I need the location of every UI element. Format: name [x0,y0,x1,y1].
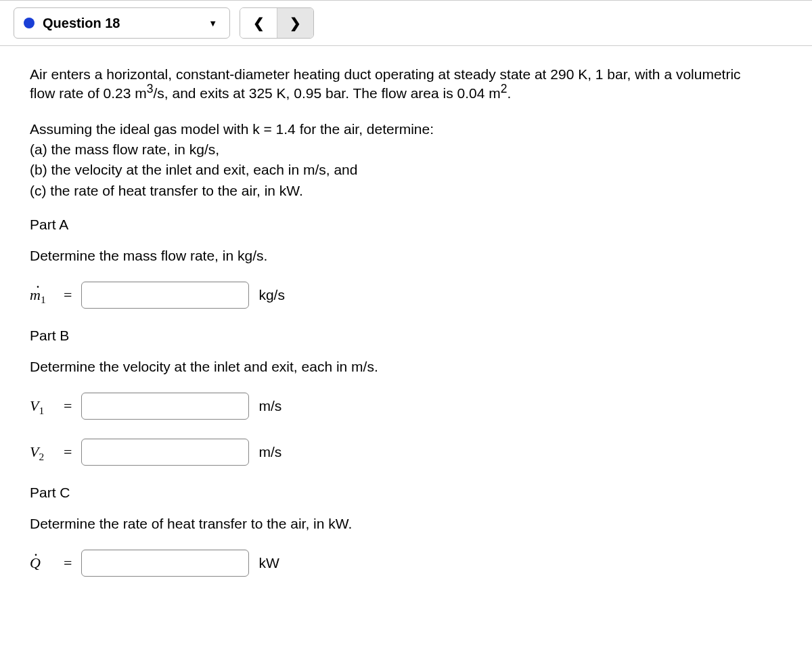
input-q[interactable] [81,550,249,577]
chevron-down-icon: ▼ [208,18,217,28]
part-c-prompt: Determine the rate of heat transfer to t… [30,516,755,532]
part-b-prompt: Determine the velocity at the inlet and … [30,359,755,375]
part-b-title: Part B [30,328,755,344]
answer-row-v1: V1 = m/s [30,393,755,420]
input-v2[interactable] [81,439,249,466]
symbol-qdot: Q [30,554,57,572]
answer-row-v2: V2 = m/s [30,439,755,466]
prev-button[interactable]: ❮ [240,8,277,38]
input-m1[interactable] [81,282,249,309]
subpart-c: (c) the rate of heat transfer to the air… [30,181,755,200]
prev-next-group: ❮ ❯ [240,7,314,39]
unit-v1: m/s [258,398,281,414]
unit-m1: kg/s [258,287,285,303]
status-dot-icon [24,18,35,28]
symbol-v1: V1 [30,397,57,415]
answer-row-q: Q = kW [30,550,755,577]
equals-sign: = [64,554,72,572]
next-button[interactable]: ❯ [277,8,313,38]
input-v1[interactable] [81,393,249,420]
subpart-b: (b) the velocity at the inlet and exit, … [30,160,755,179]
part-a-title: Part A [30,217,755,233]
question-content: Air enters a horizontal, constant-diamet… [0,46,785,615]
equals-sign: = [64,286,72,304]
symbol-v2: V2 [30,443,57,461]
subpart-a: (a) the mass flow rate, in kg/s, [30,140,755,159]
equals-sign: = [64,443,72,461]
unit-q: kW [258,555,279,571]
problem-statement: Air enters a horizontal, constant-diamet… [30,65,755,104]
part-c-title: Part C [30,485,755,501]
question-selector[interactable]: Question 18 ▼ [14,7,230,39]
equals-sign: = [64,397,72,415]
question-label: Question 18 [43,16,208,31]
unit-v2: m/s [258,444,281,460]
chevron-right-icon: ❯ [290,15,301,31]
symbol-mdot1: m1 [30,286,57,304]
answer-row-m1: m1 = kg/s [30,282,755,309]
part-a-prompt: Determine the mass flow rate, in kg/s. [30,248,755,264]
chevron-left-icon: ❮ [253,15,265,31]
question-nav-bar: Question 18 ▼ ❮ ❯ [0,0,812,46]
assumption-line: Assuming the ideal gas model with k = 1.… [30,120,755,139]
